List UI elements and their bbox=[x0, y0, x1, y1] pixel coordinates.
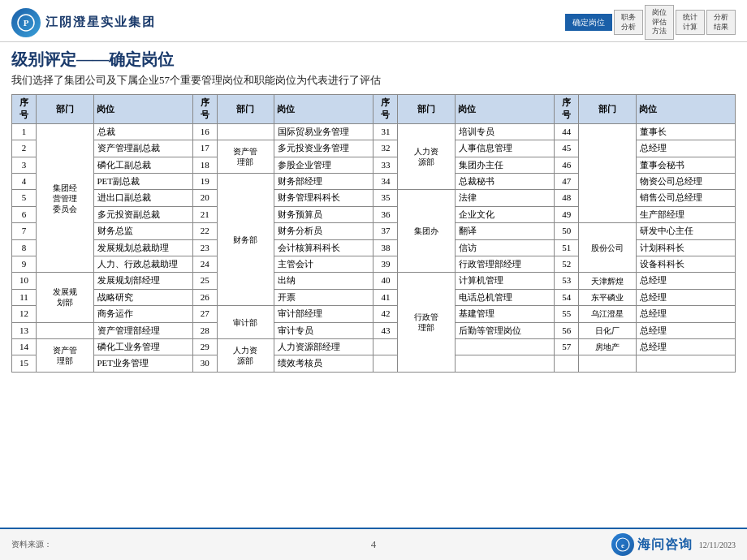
cell-r14-c0: 15 bbox=[12, 355, 37, 372]
cell-r10-c3: 26 bbox=[192, 289, 217, 305]
cell-r7-c9: 51 bbox=[555, 239, 579, 256]
cell-r4-c2: 进出口副总裁 bbox=[93, 190, 192, 206]
cell-r11-c9: 55 bbox=[555, 306, 579, 322]
th-dept4: 部门 bbox=[579, 95, 637, 124]
footer-logo-text: 海问咨询 bbox=[637, 536, 693, 554]
th-seq2: 序号 bbox=[192, 95, 217, 124]
cell-r14-c6 bbox=[374, 355, 398, 372]
cell-r7-c8: 信访 bbox=[455, 239, 554, 256]
company-name: 江阴澄星实业集团 bbox=[45, 15, 156, 30]
cell-r13-c3: 29 bbox=[192, 338, 217, 355]
cell-r3-c6: 34 bbox=[374, 174, 398, 190]
cell-r3-c4: 财务部 bbox=[217, 174, 274, 306]
cell-r1-c4: 资产管 理部 bbox=[217, 140, 274, 174]
footer-logo-icon: e bbox=[611, 533, 634, 556]
th-seq4: 序号 bbox=[555, 95, 579, 124]
cell-r7-c11: 计划科科长 bbox=[636, 239, 735, 256]
nav-tabs: 确定岗位 职务 分析 岗位 评估 方法 统计 计算 分析 结果 bbox=[565, 5, 736, 40]
cell-r8-c5: 主管会计 bbox=[274, 256, 374, 272]
cell-r1-c8: 人事信息管理 bbox=[455, 140, 554, 157]
tab-results[interactable]: 分析 结果 bbox=[706, 10, 736, 35]
cell-r2-c11: 董事会秘书 bbox=[636, 157, 735, 173]
cell-r5-c2: 多元投资副总裁 bbox=[93, 206, 192, 222]
cell-r6-c8: 翻译 bbox=[455, 223, 554, 239]
th-pos1: 岗位 bbox=[93, 95, 192, 124]
cell-r6-c10: 股份公司 bbox=[579, 223, 637, 273]
title-section: 级别评定——确定岗位 我们选择了集团公司及下属企业57个重要管理岗位和职能岗位为… bbox=[0, 42, 747, 91]
cell-r9-c3: 25 bbox=[192, 273, 217, 289]
cell-r11-c5: 审计部经理 bbox=[274, 306, 374, 322]
cell-r14-c10 bbox=[579, 355, 637, 372]
cell-r13-c8 bbox=[455, 338, 554, 355]
cell-r13-c4: 人力资 源部 bbox=[217, 338, 274, 372]
cell-r1-c5: 多元投资业务管理 bbox=[274, 140, 374, 157]
tab-job-analysis[interactable]: 职务 分析 bbox=[614, 10, 643, 35]
footer-date: 12/11/2023 bbox=[699, 541, 736, 549]
cell-r11-c11: 总经理 bbox=[636, 306, 735, 322]
cell-r3-c2: PET副总裁 bbox=[93, 174, 192, 190]
page-title: 级别评定——确定岗位 bbox=[11, 49, 736, 71]
logo-area: P 江阴澄星实业集团 bbox=[11, 8, 156, 37]
tab-position-eval[interactable]: 岗位 评估 方法 bbox=[645, 5, 674, 40]
cell-r14-c5: 绩效考核员 bbox=[274, 355, 374, 372]
cell-r4-c5: 财务管理科科长 bbox=[274, 190, 374, 206]
cell-r9-c0: 10 bbox=[12, 273, 37, 289]
cell-r8-c6: 39 bbox=[374, 256, 398, 272]
th-seq1: 序号 bbox=[12, 95, 37, 124]
cell-r5-c0: 6 bbox=[12, 206, 37, 222]
th-seq3: 序号 bbox=[374, 95, 398, 124]
cell-r13-c5: 人力资源部经理 bbox=[274, 338, 374, 355]
cell-r1-c0: 2 bbox=[12, 140, 37, 157]
cell-r5-c9: 49 bbox=[555, 206, 579, 222]
cell-r4-c3: 20 bbox=[192, 190, 217, 206]
cell-r13-c0: 14 bbox=[12, 338, 37, 355]
cell-r6-c2: 财务总监 bbox=[93, 223, 192, 239]
cell-r7-c0: 8 bbox=[12, 239, 37, 256]
cell-r3-c3: 19 bbox=[192, 174, 217, 190]
table-row: 11战略研究26开票41电话总机管理54东平磷业总经理 bbox=[12, 289, 736, 305]
cell-r8-c8: 行政管理部经理 bbox=[455, 256, 554, 272]
cell-r11-c2: 商务运作 bbox=[93, 306, 192, 322]
cell-r0-c8: 培训专员 bbox=[455, 123, 554, 140]
cell-r12-c6: 43 bbox=[374, 322, 398, 338]
cell-r1-c3: 17 bbox=[192, 140, 217, 157]
svg-text:P: P bbox=[24, 18, 29, 28]
cell-r3-c9: 47 bbox=[555, 174, 579, 190]
cell-r0-c4 bbox=[217, 123, 274, 140]
table-row: 12商务运作27审计部审计部经理42基建管理55乌江澄星总经理 bbox=[12, 306, 736, 322]
cell-r3-c0: 4 bbox=[12, 174, 37, 190]
cell-r3-c8: 总裁秘书 bbox=[455, 174, 554, 190]
th-dept3: 部门 bbox=[398, 95, 456, 124]
cell-r12-c9: 56 bbox=[555, 322, 579, 338]
cell-r3-c5: 财务部经理 bbox=[274, 174, 374, 190]
cell-r2-c0: 3 bbox=[12, 157, 37, 173]
cell-r10-c11: 总经理 bbox=[636, 289, 735, 305]
cell-r7-c5: 会计核算科科长 bbox=[274, 239, 374, 256]
cell-r0-c2: 总裁 bbox=[93, 123, 192, 140]
cell-r9-c7: 行政管 理部 bbox=[398, 273, 456, 372]
cell-r12-c10: 日化厂 bbox=[579, 322, 637, 338]
cell-r4-c0: 5 bbox=[12, 190, 37, 206]
cell-r14-c2: PET业务管理 bbox=[93, 355, 192, 372]
cell-r0-c9: 44 bbox=[555, 123, 579, 140]
cell-r13-c11: 总经理 bbox=[636, 338, 735, 355]
tab-stats[interactable]: 统计 计算 bbox=[676, 10, 705, 35]
cell-r14-c11 bbox=[636, 355, 735, 372]
cell-r1-c9: 45 bbox=[555, 140, 579, 157]
position-table: 序号 部门 岗位 序号 部门 岗位 序号 部门 岗位 序号 部门 岗位 1集团经… bbox=[11, 94, 736, 373]
cell-r0-c1: 集团经 营管理 委员会 bbox=[36, 123, 93, 273]
cell-r4-c6: 35 bbox=[374, 190, 398, 206]
cell-r11-c4: 审计部 bbox=[217, 306, 274, 339]
cell-r12-c11: 总经理 bbox=[636, 322, 735, 338]
cell-r1-c2: 资产管理副总裁 bbox=[93, 140, 192, 157]
cell-r1-c11: 总经理 bbox=[636, 140, 735, 157]
th-pos2: 岗位 bbox=[274, 95, 374, 124]
cell-r10-c9: 54 bbox=[555, 289, 579, 305]
cell-r5-c6: 36 bbox=[374, 206, 398, 222]
cell-r0-c5: 国际贸易业务管理 bbox=[274, 123, 374, 140]
tab-confirm-position[interactable]: 确定岗位 bbox=[565, 14, 612, 31]
cell-r10-c5: 开票 bbox=[274, 289, 374, 305]
cell-r11-c8: 基建管理 bbox=[455, 306, 554, 322]
cell-r0-c6: 31 bbox=[374, 123, 398, 140]
cell-r14-c9 bbox=[555, 355, 579, 372]
